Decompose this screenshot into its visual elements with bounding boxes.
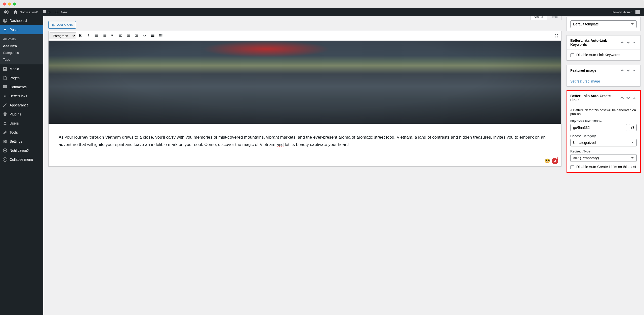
sidebar-item-collapse-menu[interactable]: Collapse menu: [0, 155, 43, 164]
editor-content[interactable]: As your journey through Vietnam draws to…: [48, 41, 561, 167]
copy-button[interactable]: [629, 124, 637, 131]
sidebar-item-pages[interactable]: Pages: [0, 73, 43, 83]
blockquote-button[interactable]: [109, 32, 116, 40]
site-name-label: NotificationX: [20, 10, 38, 14]
move-up-icon[interactable]: [620, 40, 625, 45]
wp-logo-menu[interactable]: [2, 8, 11, 16]
category-select[interactable]: Uncategorized: [570, 139, 637, 146]
dashboard-icon: [3, 18, 8, 23]
wp-adminbar: NotificationX 0 New Howdy, Admin: [0, 8, 644, 16]
sidebar-subitem-all-posts[interactable]: All Posts: [0, 36, 43, 43]
sidebar-item-users[interactable]: Users: [0, 119, 43, 128]
move-down-icon[interactable]: [626, 95, 631, 100]
sidebar-item-dashboard[interactable]: Dashboard: [0, 16, 43, 25]
sidebar-subitem-add-new[interactable]: Add New: [0, 43, 43, 49]
link-icon: [3, 94, 8, 99]
howdy-label: Howdy, Admin: [612, 10, 632, 14]
svg-rect-5: [162, 34, 163, 35]
notification-count-badge[interactable]: 4: [552, 158, 558, 164]
sidebar-subitem-categories[interactable]: Categories: [0, 49, 43, 56]
sidebar-item-notificationx[interactable]: NotificationX: [0, 146, 43, 155]
featured-image-metabox: Featured image Set featured image: [567, 65, 640, 87]
sidebar-item-label: Tools: [10, 130, 18, 134]
set-featured-image-link[interactable]: Set featured image: [570, 79, 600, 83]
move-up-icon[interactable]: [620, 95, 625, 100]
site-name-menu[interactable]: NotificationX: [11, 8, 40, 16]
move-up-icon[interactable]: [620, 68, 625, 73]
autocreate-description: A BetterLink for this post will be gener…: [570, 108, 637, 116]
bold-button[interactable]: B: [76, 32, 84, 40]
sidebar-item-tools[interactable]: Tools: [0, 128, 43, 137]
align-center-button[interactable]: [125, 32, 132, 40]
comments-count: 0: [49, 10, 50, 14]
toggle-icon[interactable]: [632, 68, 637, 73]
disable-keywords-checkbox-row[interactable]: Disable Auto-Link Keywords: [570, 53, 637, 57]
svg-rect-6: [159, 35, 160, 36]
featured-image-in-content[interactable]: [49, 41, 561, 124]
template-select[interactable]: Default template: [570, 20, 637, 28]
collapse-icon: [3, 157, 8, 162]
move-down-icon[interactable]: [626, 68, 631, 73]
notificationx-icon: [3, 148, 8, 153]
sidebar-subitem-tags[interactable]: Tags: [0, 56, 43, 63]
checkbox-label: Disable Auto-Link Keywords: [576, 53, 620, 57]
redirect-select[interactable]: 307 (Temporary): [570, 154, 637, 162]
post-body-text[interactable]: As your journey through Vietnam draws to…: [49, 124, 561, 148]
sidebar-item-label: Users: [10, 121, 19, 125]
svg-point-1: [4, 150, 6, 151]
tab-visual[interactable]: Visual: [531, 16, 547, 20]
wordpress-icon: [4, 10, 9, 15]
tab-text[interactable]: Text: [548, 16, 561, 20]
numbered-list-button[interactable]: [101, 32, 108, 40]
sidebar-item-posts[interactable]: Posts: [0, 25, 43, 34]
toggle-icon[interactable]: [632, 95, 637, 100]
sidebar-item-betterlinks[interactable]: BetterLinks: [0, 92, 43, 101]
browser-titlebar: [0, 0, 644, 8]
toolbar-toggle-button[interactable]: [157, 32, 165, 40]
sidebar-item-appearance[interactable]: Appearance: [0, 101, 43, 110]
sidebar-item-plugins[interactable]: Plugins: [0, 110, 43, 119]
plugin-icon: [3, 112, 8, 117]
window-maximize-button[interactable]: [13, 3, 16, 6]
slug-input[interactable]: [570, 124, 627, 131]
comment-icon: [3, 85, 8, 90]
comments-menu[interactable]: 0: [40, 8, 52, 16]
pin-icon: [3, 27, 8, 32]
sidebar-item-label: Posts: [10, 28, 18, 32]
add-media-label: Add Media: [57, 23, 73, 27]
emoji-nerd-face-icon[interactable]: 🤓: [544, 158, 551, 164]
align-right-button[interactable]: [133, 32, 140, 40]
checkbox-icon[interactable]: [570, 165, 574, 169]
tool-icon: [3, 130, 8, 135]
sidebar-item-label: Comments: [10, 85, 27, 89]
new-content-menu[interactable]: New: [52, 8, 69, 16]
avatar: [635, 10, 640, 14]
window-minimize-button[interactable]: [8, 3, 11, 6]
editor-toolbar: Paragraph B I: [48, 31, 561, 41]
disable-autocreate-checkbox-row[interactable]: Disable Auto-Create Links on this post: [570, 165, 637, 169]
sidebar-item-comments[interactable]: Comments: [0, 83, 43, 92]
sidebar-item-label: Settings: [10, 139, 22, 143]
redirect-label: Redirect Type: [570, 149, 637, 153]
link-button[interactable]: [141, 32, 148, 40]
base-url-label: http://localhost:10009/: [570, 119, 637, 123]
italic-button[interactable]: I: [85, 32, 92, 40]
bullet-list-button[interactable]: [93, 32, 100, 40]
insert-more-button[interactable]: [149, 32, 156, 40]
move-down-icon[interactable]: [626, 40, 631, 45]
user-icon: [3, 121, 8, 126]
sidebar-item-media[interactable]: Media: [0, 64, 43, 73]
checkbox-icon[interactable]: [570, 53, 574, 57]
add-media-button[interactable]: Add Media: [48, 21, 76, 29]
account-menu[interactable]: Howdy, Admin: [610, 8, 642, 16]
align-left-button[interactable]: [117, 32, 124, 40]
window-close-button[interactable]: [3, 3, 6, 6]
toggle-icon[interactable]: [632, 40, 637, 45]
format-select[interactable]: Paragraph: [50, 32, 76, 39]
sidebar-item-settings[interactable]: Settings: [0, 137, 43, 146]
new-label: New: [61, 10, 67, 14]
sidebar-item-label: Plugins: [10, 112, 21, 116]
svg-rect-7: [160, 35, 161, 36]
fullscreen-button[interactable]: [553, 32, 560, 40]
sidebar-item-label: Appearance: [10, 103, 29, 107]
